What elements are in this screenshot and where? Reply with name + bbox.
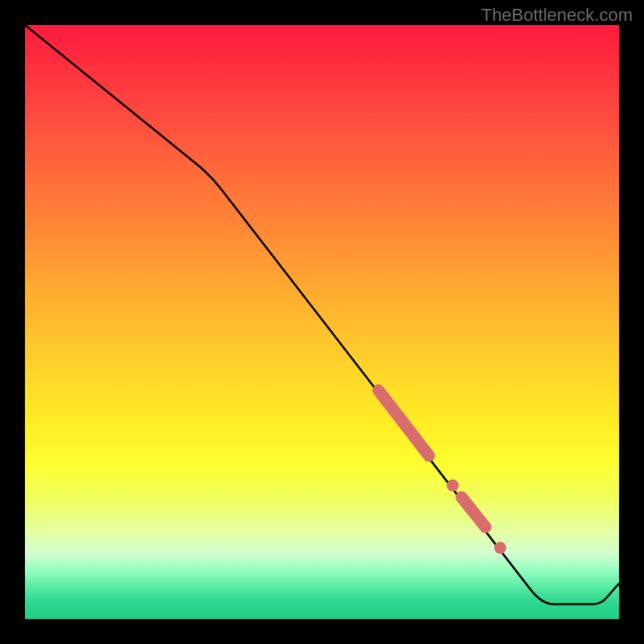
watermark-text: TheBottleneck.com [481, 5, 633, 26]
chart-background [25, 25, 619, 619]
